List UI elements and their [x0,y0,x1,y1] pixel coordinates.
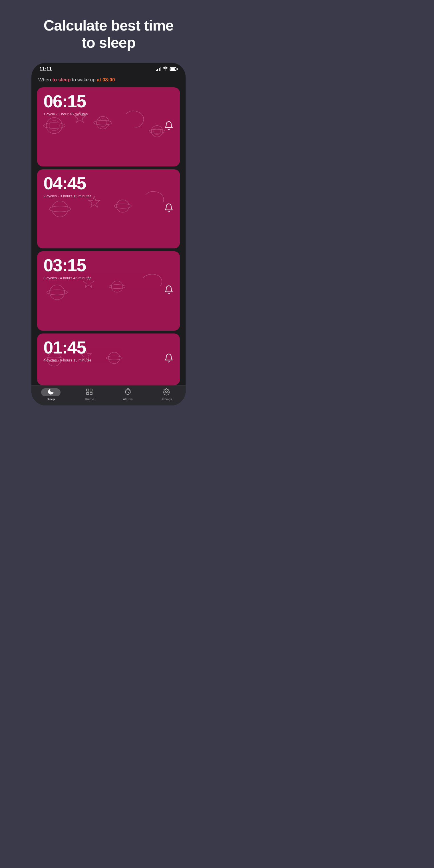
svg-point-15 [50,285,65,300]
phone-frame: 11:11 When to sleep to wake up at 08:00 [31,63,186,405]
svg-point-7 [151,125,163,137]
nav-label-theme: Theme [84,398,94,401]
status-bar: 11:11 [31,63,186,74]
nav-item-settings[interactable]: Settings [147,388,186,401]
svg-point-11 [49,206,71,212]
theme-icon-wrap [83,388,95,396]
card-info-1: 1 cycle · 1 hour 45 minutes [43,112,174,116]
phone-content: When to sleep to wake up at 08:00 [31,74,186,385]
time-card-1[interactable]: 06:15 1 cycle · 1 hour 45 minutes [37,87,180,166]
svg-point-2 [43,123,65,128]
svg-point-30 [165,391,167,393]
svg-point-19 [109,285,125,289]
nav-label-settings: Settings [161,398,172,401]
nav-item-sleep[interactable]: Sleep [31,388,70,401]
svg-point-8 [154,128,160,134]
alarms-icon [124,388,132,397]
svg-point-10 [52,201,68,217]
svg-point-1 [49,120,59,130]
bottom-nav: Sleep Theme [31,385,186,405]
theme-icon [86,388,93,397]
alarms-icon-wrap [122,388,134,396]
nav-item-alarms[interactable]: Alarms [108,388,147,401]
moon-icon [47,388,55,397]
bell-icon-2 [164,203,174,215]
svg-point-16 [47,290,67,295]
wifi-icon [163,66,168,72]
wake-middle: to wake up [70,77,97,83]
battery-icon [169,67,178,71]
status-time: 11:11 [39,66,52,72]
status-icons [156,66,178,72]
nav-item-theme[interactable]: Theme [70,388,108,401]
bell-icon-4 [164,353,174,365]
card-info-3: 3 cycles · 4 hours 45 minutes [43,276,174,280]
svg-point-13 [117,200,129,212]
wake-prefix: When [38,77,52,83]
card-time-4: 01:45 [43,339,174,356]
page-title: Calculate best timeto sleep [32,17,185,52]
time-cards-container: 06:15 1 cycle · 1 hour 45 minutes [37,87,180,385]
card-time-2: 04:45 [43,175,174,192]
svg-rect-25 [87,389,89,391]
settings-icon [163,388,170,397]
wake-action: to sleep [52,77,70,83]
svg-rect-26 [90,389,92,391]
bell-icon-1 [164,121,174,133]
time-card-4[interactable]: 01:45 4 cycles · 6 hours 15 minutes [37,334,180,385]
wake-time: at 08:00 [97,77,115,83]
svg-point-5 [99,119,107,126]
svg-point-0 [46,117,62,133]
nav-label-alarms: Alarms [123,398,132,401]
time-card-2[interactable]: 04:45 2 cycles · 3 hours 15 minutes [37,169,180,248]
svg-point-14 [114,204,131,209]
card-time-1: 06:15 [43,93,174,110]
time-card-3[interactable]: 03:15 3 cycles · 4 hours 45 minutes [37,251,180,330]
sleep-icon-wrap [41,388,61,396]
svg-point-9 [149,129,165,133]
svg-point-4 [96,116,109,129]
settings-icon-wrap [160,388,173,396]
signal-icon [156,67,161,71]
bell-icon-3 [164,285,174,297]
card-time-3: 03:15 [43,256,174,274]
svg-rect-27 [90,392,92,395]
svg-point-18 [111,281,123,292]
card-info-4: 4 cycles · 6 hours 15 minutes [43,358,174,362]
nav-label-sleep: Sleep [46,398,55,401]
wake-header: When to sleep to wake up at 08:00 [37,77,180,83]
svg-point-6 [94,120,112,125]
card-info-2: 2 cycles · 3 hours 15 minutes [43,194,174,198]
svg-rect-28 [87,392,89,395]
